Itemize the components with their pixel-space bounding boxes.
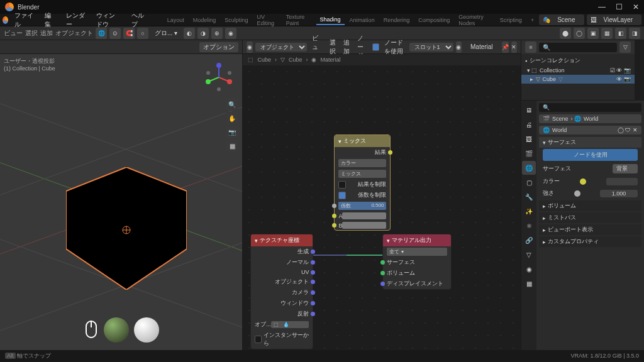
pin-icon[interactable]: 📌 <box>502 41 509 53</box>
node-texcoord[interactable]: ▾ テクスチャ座標 生成 ノーマル UV オブジェクト カメラ ウィンドウ 反射… <box>250 234 313 349</box>
outliner-search[interactable]: 🔍 <box>539 43 617 52</box>
tab-texture[interactable]: ▦ <box>522 277 536 290</box>
material-preview[interactable] <box>134 317 159 343</box>
tab-uv[interactable]: UV Editing <box>253 13 280 28</box>
snap-icon[interactable]: 🧲 <box>123 28 135 39</box>
window-controls[interactable]: — ☐ ✕ <box>598 3 639 11</box>
tab-particles[interactable]: ✨ <box>522 204 536 218</box>
pan-icon[interactable]: ✋ <box>226 112 238 124</box>
node-mix[interactable]: ▾ ミックス 結果 カラー ミックス 結果を制限 係数を制限 係数0.500 A… <box>334 134 391 231</box>
outliner[interactable]: ≡ 🔍 ▽ ▪ シーンコレクション ▾ ⬚ Collection☑ 👁 📷 ▸ … <box>521 40 635 101</box>
menu-render[interactable]: レンダー <box>61 10 90 30</box>
node-material-output[interactable]: ▾ マテリアル出力 全て ▾ サーフェス ボリューム ディスプレイスメント <box>382 234 452 290</box>
cube-row[interactable]: ▸ ▽ Cube ▽👁 📷 <box>521 75 635 84</box>
tab-viewlayer[interactable]: 🖼 <box>522 132 536 146</box>
grid-icon[interactable]: ▦ <box>226 140 238 152</box>
custom-props-panel[interactable]: ▸ カスタムプロパティ <box>539 236 641 247</box>
tab-geonodes[interactable]: Geometry Nodes <box>455 13 495 28</box>
menu-edit[interactable]: 編集 <box>40 10 59 30</box>
tool-b[interactable]: ◑ <box>197 28 209 39</box>
props-search[interactable]: 🔍 <box>539 103 641 112</box>
hdri-preview[interactable] <box>104 317 129 343</box>
tab-modeling[interactable]: Modeling <box>189 16 220 25</box>
shading-4[interactable]: ▦ <box>601 28 613 39</box>
viewport-panel[interactable]: ▸ ビューポート表示 <box>539 224 641 235</box>
tab-scene[interactable]: 🎬 <box>522 146 536 160</box>
options-dropdown[interactable]: オプション <box>199 42 238 52</box>
menu-window[interactable]: ウィンドウ <box>91 10 125 30</box>
tool-a[interactable]: ◐ <box>184 28 195 39</box>
slot-selector[interactable]: スロット1 <box>409 43 453 52</box>
shading-1[interactable]: ⬤ <box>560 28 571 39</box>
zoom-icon[interactable]: 🔍 <box>226 98 238 111</box>
world-datablock[interactable]: 🌐 World◯ 🛡 ✕ <box>539 126 641 134</box>
tab-modifiers[interactable]: 🔧 <box>522 190 536 204</box>
orientation-icon[interactable]: 🌐 <box>96 28 107 39</box>
tab-physics[interactable]: ⚛ <box>522 219 536 233</box>
tab-constraints[interactable]: 🔗 <box>522 233 536 247</box>
material-name[interactable]: Material <box>464 42 499 52</box>
world-strength[interactable]: 1.000 <box>600 190 638 197</box>
tool-d[interactable]: ◉ <box>225 28 236 39</box>
close-icon[interactable]: ✕ <box>633 3 639 11</box>
scene-selector[interactable]: 🎭 Scene <box>539 14 584 25</box>
tab-output[interactable]: 🖨 <box>522 118 536 131</box>
menu-help[interactable]: ヘルプ <box>126 10 151 30</box>
shading-6[interactable]: ◨ <box>629 28 640 39</box>
tab-world[interactable]: 🌐 <box>522 161 536 175</box>
material-icon[interactable]: ◉ <box>456 41 462 53</box>
tab-rendering[interactable]: Rendering <box>380 16 414 25</box>
tool-c[interactable]: ⊕ <box>211 28 223 39</box>
minimize-icon[interactable]: — <box>598 3 606 11</box>
app-icon[interactable] <box>3 16 8 24</box>
mode-add[interactable]: 追加 <box>40 29 53 38</box>
tab-texpaint[interactable]: Texture Paint <box>282 13 315 28</box>
tab-scripting[interactable]: Scripting <box>496 16 526 25</box>
tab-animation[interactable]: Animation <box>346 16 379 25</box>
tab-data[interactable]: ▽ <box>522 248 536 261</box>
mode-view[interactable]: ビュー <box>4 29 23 38</box>
menu-file[interactable]: ファイル <box>9 10 38 30</box>
use-nodes-button[interactable]: ノードを使用 <box>543 149 638 161</box>
filter-icon[interactable]: ▽ <box>619 41 631 53</box>
propedit-icon[interactable]: ○ <box>137 28 148 39</box>
use-nodes-check[interactable] <box>372 43 379 51</box>
mat-x-icon[interactable]: ✕ <box>511 41 517 53</box>
nav-gizmo[interactable] <box>203 62 235 93</box>
tab-sculpting[interactable]: Sculpting <box>221 16 252 25</box>
shading-2[interactable]: ◯ <box>574 28 585 39</box>
surface-panel-header[interactable]: ▾ サーフェス <box>539 137 641 148</box>
viewport-3d[interactable]: オプション ユーザー・透視投影 (1) Collection | Cube <box>0 40 243 350</box>
scene-collection-row[interactable]: ▪ シーンコレクション <box>521 55 635 66</box>
tab-layout[interactable]: Layout <box>164 16 188 25</box>
shader-type[interactable]: オブジェクト <box>255 43 307 52</box>
surface-shader[interactable]: 背景 <box>613 164 638 173</box>
volume-panel[interactable]: ▸ ボリューム <box>539 200 641 211</box>
props-breadcrumb[interactable]: 🎬 Scene › 🌐 World <box>539 114 641 123</box>
shader-editor[interactable]: ◉ オブジェクト ビュー 選択 追加 ノード ノードを使用 スロット1 ◉ Ma… <box>243 40 521 350</box>
world-color[interactable] <box>606 178 638 185</box>
tab-shading[interactable]: Shading <box>316 15 345 25</box>
shading-5[interactable]: ◧ <box>615 28 626 39</box>
props-tabs: 🖥 🖨 🖼 🎬 🌐 ▢ 🔧 ✨ ⚛ 🔗 ▽ ◉ ▦ <box>521 101 536 350</box>
ne-add[interactable]: 追加 <box>341 38 352 57</box>
collection-row[interactable]: ▾ ⬚ Collection☑ 👁 📷 <box>521 66 635 75</box>
tab-compositing[interactable]: Compositing <box>414 16 453 25</box>
cube-mesh[interactable] <box>66 167 187 290</box>
pivot-icon[interactable]: ⊙ <box>109 28 121 39</box>
tab-render[interactable]: 🖥 <box>522 103 536 117</box>
ne-select[interactable]: 選択 <box>327 38 338 57</box>
tab-add[interactable]: + <box>527 16 538 25</box>
shading-3[interactable]: ▣ <box>587 28 599 39</box>
transform-dropdown[interactable]: グロ... ▾ <box>151 28 181 38</box>
maximize-icon[interactable]: ☐ <box>616 3 623 11</box>
tab-object[interactable]: ▢ <box>522 175 536 189</box>
mist-panel[interactable]: ▸ ミストパス <box>539 212 641 223</box>
tab-material[interactable]: ◉ <box>522 262 536 276</box>
mode-object[interactable]: オブジェクト <box>55 29 93 38</box>
viewlayer-selector[interactable]: 🖼 ViewLayer <box>587 14 642 25</box>
outliner-type-icon[interactable]: ≡ <box>525 41 536 53</box>
mode-select[interactable]: 選択 <box>25 29 38 38</box>
camera-icon[interactable]: 📷 <box>226 126 238 138</box>
editor-type-icon[interactable]: ◉ <box>247 41 252 53</box>
